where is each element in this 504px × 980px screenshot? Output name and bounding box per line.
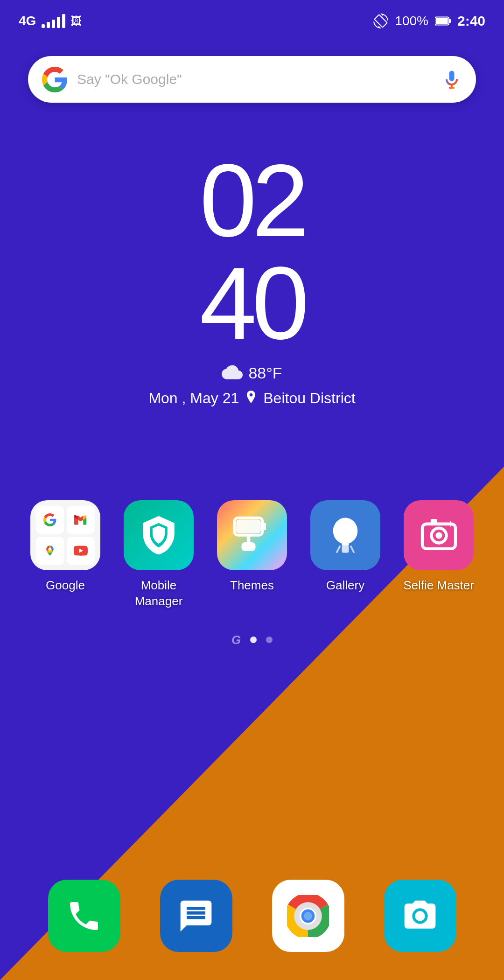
- app-gallery-label: Gallery: [326, 578, 364, 594]
- location-text: Beitou District: [263, 390, 355, 407]
- battery-percent: 100%: [395, 14, 428, 28]
- google-maps-icon: [36, 537, 64, 565]
- svg-rect-7: [247, 535, 251, 542]
- gmail-icon: [67, 506, 95, 534]
- svg-rect-11: [342, 546, 349, 553]
- app-themes[interactable]: Themes: [210, 500, 294, 594]
- page-indicator-2[interactable]: [266, 637, 273, 643]
- svg-line-12: [336, 546, 340, 553]
- temperature: 88°F: [248, 364, 282, 382]
- status-bar: 4G 🖼 100% 2:40: [0, 0, 504, 37]
- location-pin-icon: [245, 391, 258, 406]
- rotate-icon: [373, 14, 388, 28]
- clock-widget: 02 40 88°F Mon , May 21 Beitou District: [0, 149, 504, 407]
- dock-camera[interactable]: [384, 880, 456, 952]
- clock-hour: 02: [0, 149, 504, 252]
- status-time: 2:40: [457, 13, 485, 29]
- date-text: Mon , May 21: [148, 390, 239, 407]
- google-search-bar[interactable]: Say "Ok Google": [28, 56, 476, 103]
- selfie-master-icon: [404, 500, 474, 570]
- app-selfie-master[interactable]: Selfie Master: [397, 500, 481, 594]
- themes-app-icon: [217, 500, 287, 570]
- signal-bar-5: [62, 14, 65, 28]
- microphone-icon[interactable]: [441, 69, 462, 90]
- dock-messages[interactable]: [160, 880, 232, 952]
- app-google-label: Google: [46, 578, 85, 594]
- page-indicators: G: [0, 633, 504, 647]
- google-app-icon: [30, 500, 100, 570]
- page-indicator-0[interactable]: G: [231, 633, 241, 647]
- app-google[interactable]: Google: [23, 500, 107, 594]
- svg-rect-17: [430, 519, 437, 524]
- clock-minute: 40: [0, 252, 504, 355]
- search-placeholder: Say "Ok Google": [77, 71, 432, 87]
- battery-icon: [435, 16, 451, 26]
- svg-line-13: [350, 546, 354, 553]
- gallery-app-icon: [310, 500, 380, 570]
- google-g-icon: [36, 506, 64, 534]
- status-right: 100% 2:40: [373, 13, 485, 29]
- svg-point-16: [435, 532, 442, 539]
- app-mobile-manager-label: Mobile Manager: [117, 578, 201, 609]
- bottom-dock: [0, 880, 504, 952]
- svg-point-3: [49, 548, 51, 550]
- signal-bar-3: [52, 20, 55, 28]
- media-playing-icon: 🖼: [71, 14, 82, 28]
- svg-rect-2: [449, 19, 451, 23]
- app-mobile-manager[interactable]: Mobile Manager: [117, 500, 201, 609]
- svg-rect-5: [236, 519, 261, 533]
- svg-point-22: [304, 912, 312, 920]
- svg-rect-8: [242, 542, 256, 551]
- page-indicator-1[interactable]: [250, 637, 257, 643]
- weather-row: 88°F: [0, 364, 504, 382]
- app-themes-label: Themes: [230, 578, 274, 594]
- signal-bar-2: [47, 22, 50, 28]
- app-gallery[interactable]: Gallery: [303, 500, 387, 594]
- date-location-row: Mon , May 21 Beitou District: [0, 390, 504, 407]
- app-selfie-master-label: Selfie Master: [403, 578, 474, 594]
- signal-strength-icon: [42, 14, 65, 28]
- dock-chrome[interactable]: [272, 880, 344, 952]
- network-type: 4G: [19, 14, 36, 28]
- signal-bar-4: [57, 17, 60, 28]
- cloud-icon: [222, 365, 243, 381]
- dock-phone[interactable]: [48, 880, 120, 952]
- mobile-manager-icon: [124, 500, 194, 570]
- status-left: 4G 🖼: [19, 14, 82, 28]
- signal-bar-1: [42, 24, 45, 28]
- svg-rect-1: [436, 18, 448, 24]
- youtube-icon: [67, 537, 95, 565]
- app-grid: Google Mobile Manager Themes: [0, 500, 504, 609]
- google-logo-icon: [42, 67, 68, 92]
